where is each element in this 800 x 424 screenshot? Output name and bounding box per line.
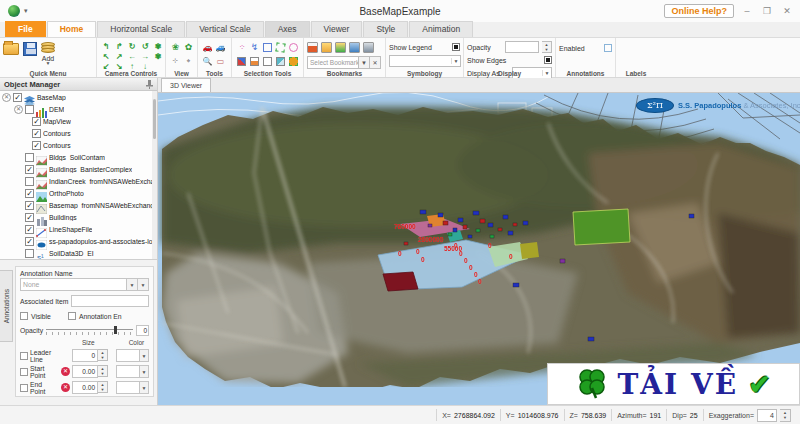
camera-arrow-icon[interactable]: ✾ [152,41,164,51]
chevron-down-icon[interactable]: ▼ [138,278,149,291]
camera-arrow-icon[interactable]: ↺ [139,41,151,51]
camera-arrow-icon[interactable]: → [139,51,151,61]
tree-item-bldgs_soilcontam[interactable]: Bldgs_SoilContam [0,151,157,163]
axes-view-icon[interactable]: ⊹ [169,54,182,68]
camera-arrow-icon[interactable]: ↖ [100,51,112,61]
show-edges-checkbox[interactable] [544,56,552,64]
row-checkbox[interactable] [20,368,28,376]
walk-tool-icon[interactable]: 🚙 [214,40,227,54]
plan-view-icon[interactable]: ❀ [169,40,182,54]
deselect-icon[interactable] [261,54,274,68]
visibility-checkbox[interactable]: ✓ [32,129,41,138]
opacity-input[interactable] [505,41,539,53]
zoom-tool-icon[interactable]: 🔍 [201,54,214,68]
tree-scrollbar[interactable] [152,91,157,259]
add-bookmark-icon[interactable] [307,42,318,53]
pin-icon[interactable] [146,80,153,89]
tree-item-basemap[interactable]: ✕✓BaseMap [0,91,157,103]
oblique-view-icon[interactable]: ✿ [182,40,195,54]
save-icon[interactable] [23,42,37,56]
annotation-name-combo[interactable]: None [20,278,127,291]
frame-view-icon[interactable]: ⌖ [182,54,195,68]
tree-item-orthophoto[interactable]: ✓OrthoPhoto [0,187,157,199]
drive-tool-icon[interactable]: 🚗 [201,40,214,54]
circle-select-icon[interactable] [287,40,300,54]
object-manager-header[interactable]: Object Manager [0,78,157,91]
tab-style[interactable]: Style [363,21,408,37]
show-legend-checkbox[interactable] [452,43,460,51]
visibility-checkbox[interactable] [25,153,34,162]
opacity-slider[interactable] [46,326,133,336]
annotations-enabled-checkbox[interactable] [604,44,612,52]
symbology-combo[interactable]: ▼ [389,55,461,67]
tab-animation[interactable]: Animation [409,21,473,37]
add-data-button[interactable]: Add ▼ [41,40,55,65]
visibility-checkbox[interactable] [25,177,34,186]
exaggeration-spinner[interactable]: ▲▼ [780,409,791,422]
open-bookmark-icon[interactable] [321,42,332,53]
tree-item-indiancreek_fromnnsawebexchange[interactable]: IndianCreek_fromNNSAWebExchange [0,175,157,187]
opacity-spinner[interactable]: ▲▼ [542,41,552,53]
tree-item-basemap_fromnnsawebexchange[interactable]: ✓Basemap_fromNNSAWebExchange [0,199,157,211]
row-checkbox[interactable] [20,352,28,360]
play-bookmarks-icon[interactable] [363,42,374,53]
visibility-checkbox[interactable]: ✓ [25,225,34,234]
collapse-icon[interactable]: ✕ [14,105,23,114]
camera-arrow-icon[interactable]: ↻ [126,41,138,51]
tree-item-contours[interactable]: ✓Contours [0,127,157,139]
collapse-icon[interactable]: ✕ [2,93,11,102]
tree-item-ss-papadopulos-and-associates-logo[interactable]: ✓ss-papadopulos-and-associates-logo [0,235,157,247]
opacity-value[interactable]: 0 [136,325,149,336]
measure-tool-icon[interactable]: ▭ [214,54,227,68]
open-icon[interactable] [3,43,19,55]
visibility-checkbox[interactable]: ✓ [32,117,41,126]
tab-file[interactable]: File [5,21,46,37]
polygon-select-icon[interactable] [274,40,287,54]
camera-arrow-icon[interactable]: ↱ [113,41,125,51]
exaggeration-input[interactable]: 4 [757,409,777,422]
color-picker[interactable]: ▼ [116,381,149,394]
visible-checkbox[interactable] [20,312,28,320]
color-picker[interactable]: ▼ [116,365,149,378]
visibility-checkbox[interactable]: ✓ [32,141,41,150]
tree-item-mapview[interactable]: ✓MapView [0,115,157,127]
point-select-icon[interactable]: ⁘ [235,40,248,54]
selection-settings-icon[interactable] [287,54,300,68]
rectangle-select-icon[interactable] [261,40,274,54]
tree-item-buildings[interactable]: ✓Buildings [0,211,157,223]
size-spinner[interactable]: 0.00▲▼ [72,365,108,378]
camera-arrow-icon[interactable]: ↗ [113,51,125,61]
annotation-enabled-checkbox[interactable] [68,312,76,320]
tab-home[interactable]: Home [47,21,97,37]
tree-item-lineshapefile[interactable]: ✓LineShapeFile [0,223,157,235]
bookmark-clear-icon[interactable]: ✕ [370,56,381,69]
visibility-checkbox[interactable] [25,105,34,114]
bookmark-dropdown-icon[interactable]: ▼ [359,56,370,69]
chevron-down-icon[interactable]: ▼ [127,278,138,291]
camera-arrow-icon[interactable]: ← [126,51,138,61]
visibility-checkbox[interactable]: ✓ [25,189,34,198]
select-bookmark-input[interactable]: Select Bookmark [307,56,359,69]
select-window-icon[interactable] [248,54,261,68]
tab-axes[interactable]: Axes [265,21,310,37]
tab-3d-viewer[interactable]: 3D Viewer [161,78,211,92]
tree-item-contours[interactable]: ✓Contours [0,139,157,151]
save-bookmark-icon[interactable] [335,42,346,53]
viewer-canvas[interactable]: Σ²Π S.S. Papadopulos & Associates, Inc. … [158,93,800,405]
tree-item-soildata3d_ei[interactable]: s¹SoilData3D_EI [0,247,157,259]
associated-item-input[interactable] [71,295,149,307]
tree-item-buildings_banistercomplex[interactable]: ✓Buildings_BanisterComplex [0,163,157,175]
row-checkbox[interactable] [20,384,28,392]
tab-viewer[interactable]: Viewer [311,21,363,37]
color-picker[interactable]: ▼ [116,349,149,362]
camera-arrow-icon[interactable]: ✾ [152,51,164,61]
visibility-checkbox[interactable]: ✓ [25,237,34,246]
invert-selection-icon[interactable] [274,54,287,68]
lasso-select-icon[interactable]: ↯ [248,40,261,54]
visibility-checkbox[interactable]: ✓ [25,165,34,174]
size-spinner[interactable]: 0▲▼ [72,349,108,362]
tab-horizontal-scale[interactable]: Horizontal Scale [97,21,185,37]
visibility-checkbox[interactable]: ✓ [25,213,34,222]
size-spinner[interactable]: 0.00▲▼ [72,381,108,394]
tab-annotations[interactable]: Annotations [0,270,13,342]
